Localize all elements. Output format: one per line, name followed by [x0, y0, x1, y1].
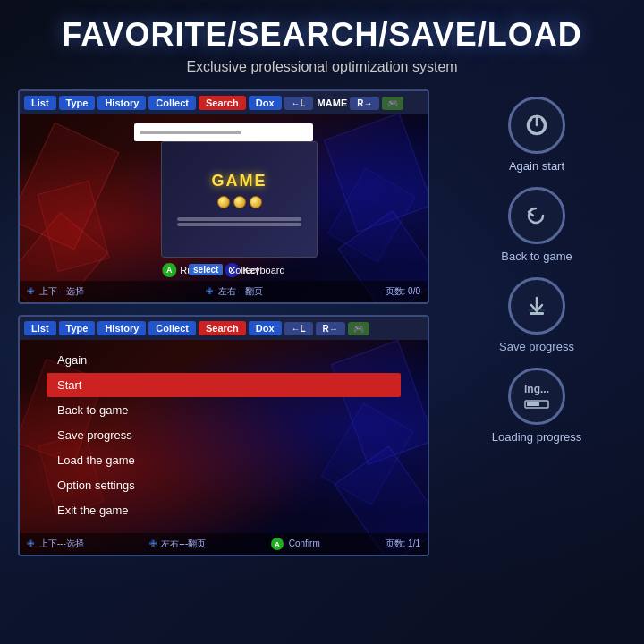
- collect-row: select Collect: [189, 264, 258, 275]
- footer2-confirm: A Confirm: [271, 538, 320, 550]
- info-bar-2: [177, 223, 301, 226]
- menu-item-start[interactable]: Start: [47, 373, 401, 397]
- tab-dox-2[interactable]: Dox: [249, 321, 282, 335]
- tab-mame-1: MAME: [318, 97, 348, 108]
- menu-item-option-settings[interactable]: Option settings: [47, 473, 401, 497]
- tab-collect-1[interactable]: Collect: [148, 96, 196, 110]
- tab-list-1[interactable]: List: [24, 96, 56, 110]
- tab-search-2[interactable]: Search: [199, 321, 246, 335]
- footer-nav-updown: ✙ 上下---选择: [27, 285, 84, 298]
- power-icon: [522, 111, 551, 140]
- screen1-topbar: List Type History Collect Search Dox ←L …: [20, 91, 428, 114]
- tab-icons-2[interactable]: 🎮: [348, 322, 369, 335]
- main-title: FAVORITE/SEARCH/SAVE/LOAD: [0, 0, 644, 54]
- tab-type-1[interactable]: Type: [59, 96, 96, 110]
- collect-label: Collect: [228, 265, 258, 275]
- svg-rect-2: [530, 312, 544, 315]
- info-bar-1: [177, 217, 301, 221]
- back-to-game-item: Back to game: [501, 187, 572, 263]
- screen2-footer: ✙ 上下---选择 ✙ 左右---翻页 A Confirm 页数: 1/1: [20, 533, 428, 555]
- loading-progress-label: Loading progress: [492, 430, 581, 444]
- info-bars: [177, 216, 301, 228]
- footer2-nav-updown: ✙ 上下---选择: [27, 538, 84, 550]
- again-start-item: Again start: [508, 97, 565, 173]
- again-start-label: Again start: [509, 159, 564, 173]
- tab-collect-2[interactable]: Collect: [148, 321, 196, 335]
- tab-list-2[interactable]: List: [24, 321, 56, 335]
- screen2-body: Again Start Back to game Save progress L…: [20, 340, 428, 555]
- svg-rect-4: [527, 402, 539, 406]
- screenshots-column: List Type History Collect Search Dox ←L …: [18, 89, 429, 556]
- back-to-game-icon-circle: [508, 187, 565, 244]
- footer-page-count: 页数: 0/0: [386, 285, 420, 298]
- back-icon: [521, 200, 552, 231]
- loading-text: ing...: [524, 383, 549, 395]
- tab-left-arrow-2[interactable]: ←L: [284, 322, 313, 335]
- subtitle: Exclusive professional optimization syst…: [0, 59, 644, 75]
- tab-right-arrow-1[interactable]: R→: [350, 97, 379, 110]
- loading-progress-icon-circle: ing...: [508, 368, 565, 425]
- a-button-icon: A: [162, 263, 176, 277]
- icons-column: Again start Back to game Save progress: [447, 89, 626, 556]
- tab-icons-1[interactable]: 🎮: [382, 97, 403, 110]
- screen2-box: List Type History Collect Search Dox ←L …: [18, 315, 429, 556]
- loading-progress-item: ing... Loading progress: [492, 368, 581, 444]
- tab-type-2[interactable]: Type: [59, 321, 96, 335]
- menu-item-load-game[interactable]: Load the game: [47, 448, 401, 472]
- coins-row: [217, 196, 262, 208]
- coin-2: [233, 196, 246, 208]
- menu-item-again[interactable]: Again: [47, 348, 401, 372]
- game-card: GAME: [161, 141, 318, 258]
- tab-search-1[interactable]: Search: [199, 96, 246, 110]
- footer-nav-leftright: ✙ 左右---翻页: [206, 285, 263, 298]
- tab-history-2[interactable]: History: [97, 321, 146, 335]
- screen1-box: List Type History Collect Search Dox ←L …: [18, 89, 429, 304]
- coin-1: [217, 196, 230, 208]
- tab-history-1[interactable]: History: [97, 96, 146, 110]
- loading-bar-icon: [524, 397, 549, 410]
- save-progress-label: Save progress: [499, 340, 574, 353]
- screen1-footer: ✙ 上下---选择 ✙ 左右---翻页 页数: 0/0: [20, 281, 428, 302]
- footer2-page-count: 页数: 1/1: [386, 538, 420, 550]
- save-progress-item: Save progress: [499, 277, 574, 353]
- tab-right-arrow-2[interactable]: R→: [316, 322, 345, 335]
- again-start-icon-circle: [508, 97, 565, 154]
- tab-dox-1[interactable]: Dox: [249, 96, 282, 110]
- game-card-title: GAME: [212, 172, 267, 191]
- menu-item-save-progress[interactable]: Save progress: [47, 423, 401, 447]
- tab-left-arrow-1[interactable]: ←L: [284, 97, 313, 110]
- menu-item-exit-game[interactable]: Exit the game: [47, 498, 401, 522]
- footer2-nav-leftright: ✙ 左右---翻页: [149, 538, 207, 550]
- search-bar[interactable]: [134, 123, 313, 141]
- select-badge: select: [189, 264, 223, 275]
- back-to-game-label: Back to game: [501, 250, 572, 263]
- coin-3: [250, 196, 262, 208]
- save-progress-icon-circle: [508, 277, 565, 335]
- screen2-topbar: List Type History Collect Search Dox ←L …: [20, 317, 428, 340]
- menu-item-back-to-game[interactable]: Back to game: [47, 398, 401, 422]
- screen1-body: GAME A Run: [20, 114, 428, 302]
- save-icon: [521, 291, 552, 321]
- menu-list: Again Start Back to game Save progress L…: [20, 340, 428, 530]
